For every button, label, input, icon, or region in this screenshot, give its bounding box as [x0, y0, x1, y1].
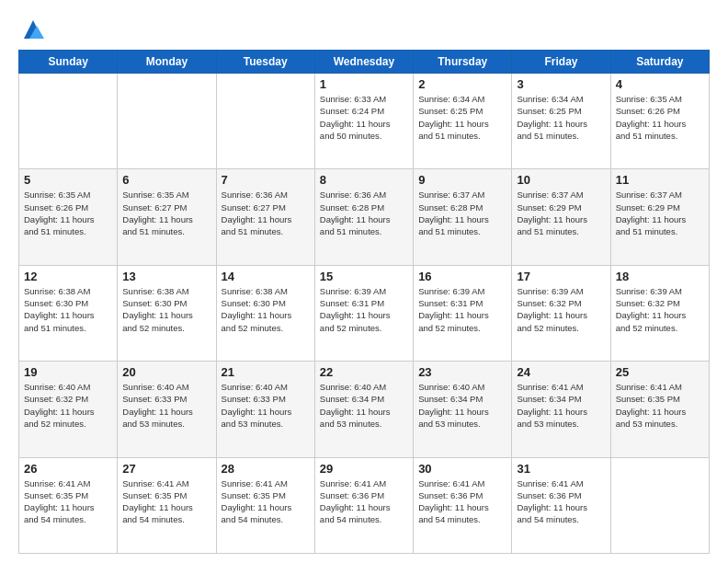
calendar-day-cell: 8Sunrise: 6:36 AM Sunset: 6:28 PM Daylig… — [314, 169, 413, 265]
calendar-day-cell: 23Sunrise: 6:40 AM Sunset: 6:34 PM Dayli… — [414, 362, 512, 457]
calendar-day-cell: 7Sunrise: 6:36 AM Sunset: 6:27 PM Daylig… — [216, 169, 314, 265]
calendar-day-cell: 24Sunrise: 6:41 AM Sunset: 6:34 PM Dayli… — [512, 362, 610, 457]
day-number: 17 — [517, 270, 605, 283]
calendar-day-cell: 22Sunrise: 6:40 AM Sunset: 6:34 PM Dayli… — [314, 362, 413, 457]
day-info: Sunrise: 6:41 AM Sunset: 6:35 PM Dayligh… — [222, 477, 310, 526]
calendar-day-cell: 17Sunrise: 6:39 AM Sunset: 6:32 PM Dayli… — [512, 265, 610, 361]
day-info: Sunrise: 6:38 AM Sunset: 6:30 PM Dayligh… — [24, 285, 112, 334]
header — [18, 17, 710, 42]
calendar-day-cell: 31Sunrise: 6:41 AM Sunset: 6:36 PM Dayli… — [512, 457, 610, 553]
calendar-week-row: 1Sunrise: 6:33 AM Sunset: 6:24 PM Daylig… — [19, 74, 710, 169]
calendar-day-cell: 12Sunrise: 6:38 AM Sunset: 6:30 PM Dayli… — [19, 265, 118, 361]
day-number: 27 — [122, 462, 210, 476]
day-number: 10 — [517, 173, 605, 187]
calendar-week-row: 19Sunrise: 6:40 AM Sunset: 6:32 PM Dayli… — [19, 362, 710, 457]
weekday-header-saturday: Saturday — [610, 51, 709, 74]
day-info: Sunrise: 6:35 AM Sunset: 6:27 PM Dayligh… — [122, 189, 210, 237]
day-number: 8 — [320, 173, 408, 187]
calendar-week-row: 26Sunrise: 6:41 AM Sunset: 6:35 PM Dayli… — [19, 457, 710, 553]
day-number: 19 — [24, 365, 112, 379]
day-number: 21 — [222, 365, 310, 379]
day-info: Sunrise: 6:39 AM Sunset: 6:31 PM Dayligh… — [418, 285, 506, 334]
day-number: 3 — [517, 77, 605, 91]
day-info: Sunrise: 6:39 AM Sunset: 6:32 PM Dayligh… — [616, 285, 704, 334]
day-info: Sunrise: 6:38 AM Sunset: 6:30 PM Dayligh… — [222, 285, 310, 334]
day-info: Sunrise: 6:41 AM Sunset: 6:35 PM Dayligh… — [24, 477, 112, 526]
day-info: Sunrise: 6:39 AM Sunset: 6:32 PM Dayligh… — [517, 285, 605, 334]
weekday-header-wednesday: Wednesday — [314, 51, 413, 74]
weekday-header-sunday: Sunday — [19, 51, 118, 74]
calendar-day-cell: 29Sunrise: 6:41 AM Sunset: 6:36 PM Dayli… — [314, 457, 413, 553]
day-info: Sunrise: 6:41 AM Sunset: 6:35 PM Dayligh… — [122, 477, 210, 526]
day-number: 1 — [320, 77, 408, 91]
calendar-empty-cell — [19, 74, 118, 169]
day-info: Sunrise: 6:39 AM Sunset: 6:31 PM Dayligh… — [320, 285, 408, 334]
day-info: Sunrise: 6:33 AM Sunset: 6:24 PM Dayligh… — [320, 93, 408, 142]
calendar-week-row: 5Sunrise: 6:35 AM Sunset: 6:26 PM Daylig… — [19, 169, 710, 265]
calendar-empty-cell — [216, 74, 314, 169]
day-number: 26 — [24, 462, 112, 476]
calendar-day-cell: 13Sunrise: 6:38 AM Sunset: 6:30 PM Dayli… — [118, 265, 216, 361]
day-info: Sunrise: 6:41 AM Sunset: 6:35 PM Dayligh… — [616, 381, 704, 430]
day-number: 23 — [418, 365, 506, 379]
day-info: Sunrise: 6:37 AM Sunset: 6:29 PM Dayligh… — [616, 189, 704, 237]
calendar-day-cell: 26Sunrise: 6:41 AM Sunset: 6:35 PM Dayli… — [19, 457, 118, 553]
calendar-day-cell: 1Sunrise: 6:33 AM Sunset: 6:24 PM Daylig… — [314, 74, 413, 169]
day-info: Sunrise: 6:36 AM Sunset: 6:27 PM Dayligh… — [222, 189, 310, 237]
logo — [18, 17, 46, 42]
day-info: Sunrise: 6:40 AM Sunset: 6:33 PM Dayligh… — [122, 381, 210, 430]
day-info: Sunrise: 6:34 AM Sunset: 6:25 PM Dayligh… — [418, 93, 506, 142]
day-number: 5 — [24, 173, 112, 187]
day-info: Sunrise: 6:35 AM Sunset: 6:26 PM Dayligh… — [24, 189, 112, 237]
page: SundayMondayTuesdayWednesdayThursdayFrid… — [0, 0, 728, 563]
day-number: 15 — [320, 270, 408, 283]
calendar-day-cell: 10Sunrise: 6:37 AM Sunset: 6:29 PM Dayli… — [512, 169, 610, 265]
day-info: Sunrise: 6:41 AM Sunset: 6:36 PM Dayligh… — [320, 477, 408, 526]
calendar-table: SundayMondayTuesdayWednesdayThursdayFrid… — [18, 50, 710, 554]
day-info: Sunrise: 6:37 AM Sunset: 6:28 PM Dayligh… — [418, 189, 506, 237]
day-number: 20 — [122, 365, 210, 379]
day-number: 16 — [418, 270, 506, 283]
calendar-day-cell: 4Sunrise: 6:35 AM Sunset: 6:26 PM Daylig… — [610, 74, 709, 169]
calendar-day-cell: 16Sunrise: 6:39 AM Sunset: 6:31 PM Dayli… — [414, 265, 512, 361]
day-info: Sunrise: 6:38 AM Sunset: 6:30 PM Dayligh… — [122, 285, 210, 334]
day-number: 29 — [320, 462, 408, 476]
weekday-header-friday: Friday — [512, 51, 610, 74]
day-number: 14 — [222, 270, 310, 283]
day-info: Sunrise: 6:41 AM Sunset: 6:36 PM Dayligh… — [517, 477, 605, 526]
day-number: 7 — [222, 173, 310, 187]
calendar-header-row: SundayMondayTuesdayWednesdayThursdayFrid… — [19, 51, 710, 74]
day-number: 4 — [616, 77, 704, 91]
day-number: 28 — [222, 462, 310, 476]
calendar-day-cell: 19Sunrise: 6:40 AM Sunset: 6:32 PM Dayli… — [19, 362, 118, 457]
day-number: 30 — [418, 462, 506, 476]
weekday-header-monday: Monday — [118, 51, 216, 74]
calendar-day-cell: 27Sunrise: 6:41 AM Sunset: 6:35 PM Dayli… — [118, 457, 216, 553]
calendar-day-cell: 18Sunrise: 6:39 AM Sunset: 6:32 PM Dayli… — [610, 265, 709, 361]
calendar-day-cell: 5Sunrise: 6:35 AM Sunset: 6:26 PM Daylig… — [19, 169, 118, 265]
day-info: Sunrise: 6:41 AM Sunset: 6:36 PM Dayligh… — [418, 477, 506, 526]
day-info: Sunrise: 6:37 AM Sunset: 6:29 PM Dayligh… — [517, 189, 605, 237]
logo-icon — [20, 17, 46, 42]
calendar-empty-cell — [610, 457, 709, 553]
weekday-header-tuesday: Tuesday — [216, 51, 314, 74]
day-info: Sunrise: 6:40 AM Sunset: 6:34 PM Dayligh… — [418, 381, 506, 430]
day-info: Sunrise: 6:35 AM Sunset: 6:26 PM Dayligh… — [616, 93, 704, 142]
day-number: 24 — [517, 365, 605, 379]
day-info: Sunrise: 6:41 AM Sunset: 6:34 PM Dayligh… — [517, 381, 605, 430]
calendar-week-row: 12Sunrise: 6:38 AM Sunset: 6:30 PM Dayli… — [19, 265, 710, 361]
day-info: Sunrise: 6:40 AM Sunset: 6:33 PM Dayligh… — [222, 381, 310, 430]
weekday-header-thursday: Thursday — [414, 51, 512, 74]
day-number: 12 — [24, 270, 112, 283]
calendar-day-cell: 11Sunrise: 6:37 AM Sunset: 6:29 PM Dayli… — [610, 169, 709, 265]
calendar-day-cell: 2Sunrise: 6:34 AM Sunset: 6:25 PM Daylig… — [414, 74, 512, 169]
calendar-day-cell: 20Sunrise: 6:40 AM Sunset: 6:33 PM Dayli… — [118, 362, 216, 457]
calendar-day-cell: 21Sunrise: 6:40 AM Sunset: 6:33 PM Dayli… — [216, 362, 314, 457]
calendar-day-cell: 15Sunrise: 6:39 AM Sunset: 6:31 PM Dayli… — [314, 265, 413, 361]
calendar-day-cell: 3Sunrise: 6:34 AM Sunset: 6:25 PM Daylig… — [512, 74, 610, 169]
day-number: 9 — [418, 173, 506, 187]
calendar-day-cell: 9Sunrise: 6:37 AM Sunset: 6:28 PM Daylig… — [414, 169, 512, 265]
day-info: Sunrise: 6:34 AM Sunset: 6:25 PM Dayligh… — [517, 93, 605, 142]
calendar-day-cell: 30Sunrise: 6:41 AM Sunset: 6:36 PM Dayli… — [414, 457, 512, 553]
day-number: 18 — [616, 270, 704, 283]
